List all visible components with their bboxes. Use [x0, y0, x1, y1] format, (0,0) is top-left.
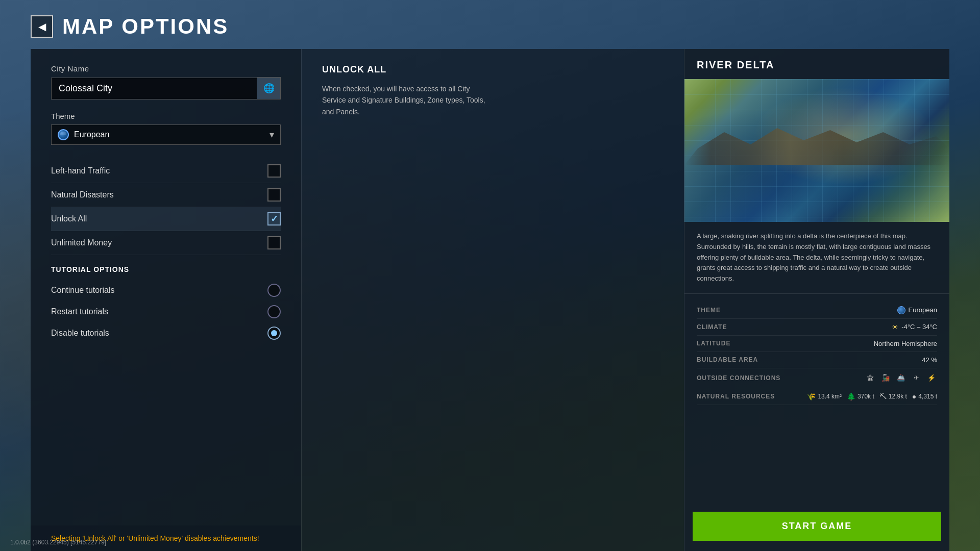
- toggle-row-unlock-all: Unlock All ✓: [51, 207, 281, 231]
- stat-connections-label: OUTSIDE CONNECTIONS: [697, 374, 780, 382]
- grain-value: 13.4 km²: [818, 393, 842, 400]
- stat-climate-value: ☀ -4°C – 34°C: [892, 323, 937, 331]
- stat-climate-label: CLIMATE: [697, 323, 727, 331]
- stat-row-latitude: LATITUDE Northern Hemisphere: [697, 336, 937, 352]
- stat-latitude-value: Northern Hemisphere: [874, 340, 937, 347]
- start-game-button[interactable]: START GAME: [693, 512, 941, 541]
- resource-grain: 🌾 13.4 km²: [807, 392, 842, 400]
- toggle-row-left-hand-traffic: Left-hand Traffic: [51, 159, 281, 183]
- forest-value: 370k t: [857, 393, 874, 400]
- resource-icons: 🌾 13.4 km² 🌲 370k t ⛏ 12.9k t ●: [807, 392, 937, 400]
- toggle-row-natural-disasters: Natural Disasters: [51, 183, 281, 207]
- theme-select[interactable]: European ▾: [51, 124, 281, 145]
- radio-restart-tutorials[interactable]: [267, 305, 281, 318]
- theme-globe-small-icon: [897, 306, 905, 314]
- map-stats: THEME European CLIMATE ☀ -4°C – 34°C LAT…: [684, 294, 949, 504]
- stat-row-connections: OUTSIDE CONNECTIONS 🛣 🚂 🚢 ✈ ⚡: [697, 368, 937, 388]
- radio-label-disable: Disable tutorials: [51, 329, 109, 338]
- power-connection-icon: ⚡: [926, 372, 937, 384]
- tutorial-section-title: TUTORIAL OPTIONS: [51, 265, 281, 273]
- version-info: 1.0.0b2 (3603.22945) [5145.22779]: [10, 539, 106, 546]
- unlock-all-title: UNLOCK ALL: [322, 64, 664, 75]
- toggle-label-natural-disasters: Natural Disasters: [51, 190, 114, 199]
- stat-buildable-value: 42 %: [922, 356, 937, 364]
- left-panel: City Name 🌐 Theme European ▾ Left-hand T…: [31, 49, 301, 551]
- map-grid-overlay: [684, 79, 949, 222]
- checkbox-unlimited-money[interactable]: [267, 236, 281, 249]
- toggle-row-unlimited-money: Unlimited Money: [51, 231, 281, 255]
- right-panel: RIVER DELTA A large, snaking river split…: [684, 49, 949, 551]
- toggle-label-left-hand-traffic: Left-hand Traffic: [51, 166, 110, 176]
- radio-continue-tutorials[interactable]: [267, 284, 281, 297]
- map-description: A large, snaking river splitting into a …: [684, 222, 949, 294]
- radio-label-continue: Continue tutorials: [51, 286, 115, 295]
- oil-icon: ●: [912, 392, 916, 400]
- checkmark-icon: ✓: [271, 213, 278, 224]
- back-icon: ◀: [38, 20, 46, 33]
- city-name-label: City Name: [51, 64, 281, 73]
- ship-connection-icon: 🚢: [895, 372, 906, 384]
- radio-label-restart: Restart tutorials: [51, 307, 108, 316]
- checkbox-natural-disasters[interactable]: [267, 188, 281, 202]
- train-connection-icon: 🚂: [880, 372, 891, 384]
- middle-panel: UNLOCK ALL When checked, you will have a…: [301, 49, 684, 551]
- stat-buildable-label: BUILDABLE AREA: [697, 356, 758, 363]
- stat-resources-label: NATURAL RESOURCES: [697, 393, 775, 400]
- theme-select-value: European: [74, 130, 270, 139]
- chevron-down-icon: ▾: [270, 129, 274, 140]
- unlock-all-desc: When checked, you will have access to al…: [322, 83, 496, 117]
- resource-stone: ⛏ 12.9k t: [879, 392, 907, 400]
- city-name-input[interactable]: [51, 78, 257, 99]
- sun-icon: ☀: [892, 323, 898, 331]
- resource-forest: 🌲 370k t: [847, 392, 874, 400]
- stat-latitude-label: LATITUDE: [697, 340, 730, 347]
- theme-label: Theme: [51, 112, 281, 120]
- radio-row-continue: Continue tutorials: [51, 280, 281, 301]
- forest-icon: 🌲: [847, 392, 855, 400]
- checkbox-unlock-all[interactable]: ✓: [267, 212, 281, 226]
- radio-row-disable: Disable tutorials: [51, 322, 281, 344]
- road-connection-icon: 🛣: [865, 372, 876, 384]
- toggle-label-unlock-all: Unlock All: [51, 214, 87, 223]
- page-title: MAP OPTIONS: [62, 14, 229, 39]
- radio-dot-icon: [271, 330, 277, 336]
- radio-disable-tutorials[interactable]: [267, 327, 281, 340]
- stat-row-theme: THEME European: [697, 302, 937, 319]
- theme-globe-icon: [58, 129, 69, 140]
- back-button[interactable]: ◀: [31, 15, 53, 38]
- grain-icon: 🌾: [807, 392, 816, 400]
- oil-value: 4,315 t: [918, 393, 937, 400]
- radio-row-restart: Restart tutorials: [51, 301, 281, 322]
- stat-row-resources: NATURAL RESOURCES 🌾 13.4 km² 🌲 370k t ⛏: [697, 388, 937, 405]
- checkbox-left-hand-traffic[interactable]: [267, 164, 281, 178]
- stat-theme-label: THEME: [697, 307, 721, 314]
- stat-theme-value: European: [897, 306, 937, 314]
- stone-icon: ⛏: [879, 392, 887, 400]
- translate-icon: 🌐: [263, 83, 275, 94]
- stat-row-buildable: BUILDABLE AREA 42 %: [697, 352, 937, 368]
- connection-icons: 🛣 🚂 🚢 ✈ ⚡: [865, 372, 937, 384]
- plane-connection-icon: ✈: [911, 372, 922, 384]
- translate-button[interactable]: 🌐: [257, 77, 281, 99]
- toggle-label-unlimited-money: Unlimited Money: [51, 238, 112, 247]
- resource-oil: ● 4,315 t: [912, 392, 937, 400]
- stone-value: 12.9k t: [889, 393, 907, 400]
- map-title: RIVER DELTA: [684, 49, 949, 79]
- map-image: [684, 79, 949, 222]
- stat-row-climate: CLIMATE ☀ -4°C – 34°C: [697, 319, 937, 336]
